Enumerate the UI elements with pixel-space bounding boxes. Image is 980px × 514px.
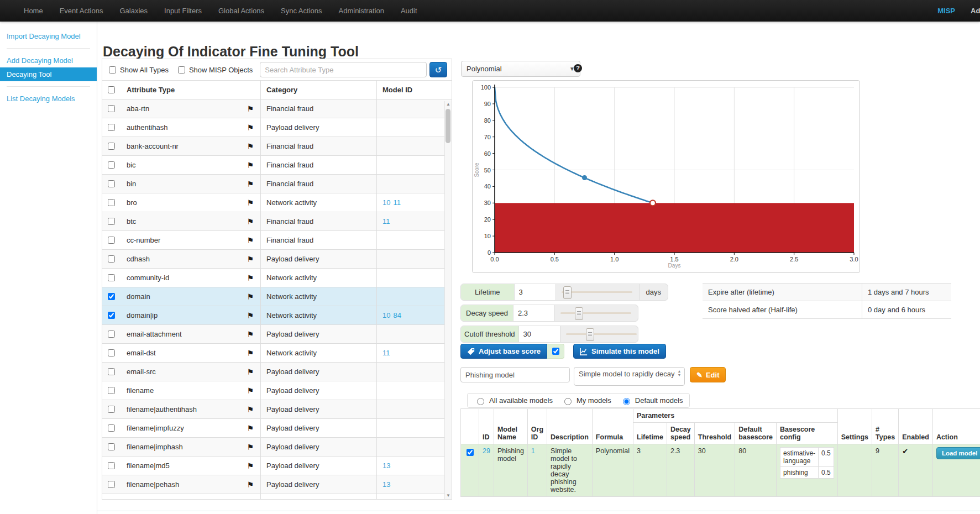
edit-model-button[interactable]: ✎ Edit [690,367,726,382]
scroll-down-icon[interactable]: ▼ [445,492,452,499]
parameter-slider[interactable] [556,284,639,300]
adjust-base-score-button[interactable]: Adjust base score [460,344,547,359]
select-all-checkbox[interactable] [108,86,115,93]
decay-chart[interactable]: 01020304050607080901000.00.51.01.52.02.5… [472,80,860,273]
attribute-row[interactable]: email-src ⚑ Payload delivery [102,362,452,381]
attribute-row[interactable]: filename|pehash ⚑ Payload delivery 13 [102,475,452,494]
attribute-row[interactable]: domain ⚑ Network activity [102,287,452,306]
row-checkbox[interactable] [108,218,115,225]
org-id-link[interactable]: 1 [531,447,535,455]
model-filter-radio[interactable]: My models [562,396,611,405]
load-model-button[interactable]: Load model [936,447,980,459]
model-id-link[interactable]: 11 [393,198,401,207]
flag-icon[interactable]: ⚑ [247,461,254,470]
formula-select[interactable]: Polynomial ▼ [461,61,580,77]
attribute-row[interactable]: email-attachment ⚑ Payload delivery [102,324,452,343]
model-id-link[interactable]: 11 [382,349,390,357]
model-id-link[interactable]: 10 [382,311,390,319]
sidebar-item-add-decaying-model[interactable]: Add Decaying Model [0,54,97,67]
flag-icon[interactable]: ⚑ [247,161,254,170]
attribute-row[interactable]: domain|ip ⚑ Network activity 1084 [102,306,452,324]
flag-icon[interactable]: ⚑ [247,292,254,301]
model-id-link[interactable]: 11 [382,217,390,225]
attribute-row[interactable]: filename ⚑ Payload delivery [102,381,452,400]
row-checkbox[interactable] [108,274,115,281]
scroll-up-icon[interactable]: ▲ [445,101,452,108]
slider-handle[interactable] [563,286,572,299]
row-checkbox[interactable] [108,237,115,244]
flag-icon[interactable]: ⚑ [247,236,254,245]
model-row-checkbox[interactable] [467,449,474,456]
attribute-row[interactable]: aba-rtn ⚑ Financial fraud [102,99,452,118]
radio-input[interactable] [564,398,572,405]
row-checkbox[interactable] [108,199,115,206]
flag-icon[interactable]: ⚑ [247,424,254,433]
model-filter-radio[interactable]: All available models [474,396,553,405]
attribute-row[interactable]: community-id ⚑ Network activity [102,268,452,287]
row-checkbox[interactable] [108,331,115,338]
refresh-button[interactable]: ↺ [429,62,447,77]
model-description-textarea[interactable]: Simple model to rapidly decay [574,367,685,386]
help-icon[interactable]: ? [574,64,582,72]
flag-icon[interactable]: ⚑ [247,443,254,452]
attribute-row[interactable]: authentihash ⚑ Payload delivery [102,118,452,137]
row-checkbox[interactable] [108,143,115,150]
flag-icon[interactable]: ⚑ [247,198,254,207]
parameter-slider[interactable] [555,305,638,321]
adjust-base-score-checkbox[interactable] [552,348,559,355]
flag-icon[interactable]: ⚑ [247,311,254,320]
attribute-row[interactable]: email-dst ⚑ Network activity 11 [102,343,452,362]
row-checkbox[interactable] [108,406,115,413]
navbar-item[interactable]: Audit [392,0,426,22]
row-checkbox[interactable] [108,105,115,112]
flag-icon[interactable]: ⚑ [247,217,254,226]
sidebar-item-import-decaying-model[interactable]: Import Decaying Model [0,29,97,43]
attribute-row[interactable]: filename|sha1 ⚑ Payload delivery 13 [102,494,452,499]
navbar-item[interactable]: Input Filters [156,0,210,22]
navbar-item[interactable]: Global Actions [210,0,272,22]
row-checkbox[interactable] [108,462,115,469]
scrollbar[interactable]: ▲ ▼ [444,101,452,499]
navbar-item[interactable]: Event Actions [51,0,112,22]
slider-handle[interactable] [575,307,583,320]
flag-icon[interactable]: ⚑ [247,142,254,151]
flag-icon[interactable]: ⚑ [247,480,254,489]
flag-icon[interactable]: ⚑ [247,405,254,414]
model-id-link[interactable]: 84 [393,311,401,319]
attribute-row[interactable]: bank-account-nr ⚑ Financial fraud [102,137,452,155]
flag-icon[interactable]: ⚑ [247,386,254,395]
textarea-scroll-icons[interactable]: ▲▼ [677,369,682,377]
parameter-slider[interactable] [560,326,643,342]
row-checkbox[interactable] [108,255,115,263]
navbar-item[interactable]: Sync Actions [272,0,330,22]
attribute-row[interactable]: filename|authentihash ⚑ Payload delivery [102,400,452,418]
model-filter-radio[interactable]: Default models [620,396,683,405]
admin-menu[interactable]: Adm [971,0,980,22]
row-checkbox[interactable] [108,124,115,131]
scrollbar-thumb[interactable] [446,109,450,143]
model-id-link[interactable]: 13 [382,480,390,489]
model-row[interactable]: 29 Phishing model 1 Simple model to rapi… [461,444,980,497]
row-checkbox[interactable] [108,180,115,187]
row-checkbox[interactable] [108,293,115,300]
flag-icon[interactable]: ⚑ [247,499,254,500]
parameter-input[interactable] [513,305,555,321]
parameter-input[interactable] [515,284,556,300]
row-checkbox[interactable] [108,312,115,319]
navbar-item[interactable]: Administration [331,0,392,22]
parameter-input[interactable] [519,326,560,342]
attribute-row[interactable]: bro ⚑ Network activity 1011 [102,193,452,212]
row-checkbox[interactable] [108,387,115,394]
attribute-row[interactable]: filename|md5 ⚑ Payload delivery 13 [102,456,452,475]
row-checkbox[interactable] [108,349,115,356]
row-checkbox[interactable] [108,424,115,432]
flag-icon[interactable]: ⚑ [247,330,254,339]
radio-input[interactable] [477,398,484,405]
attribute-row[interactable]: filename|imphash ⚑ Payload delivery [102,437,452,456]
flag-icon[interactable]: ⚑ [247,180,254,188]
flag-icon[interactable]: ⚑ [247,368,254,376]
flag-icon[interactable]: ⚑ [247,104,254,113]
flag-icon[interactable]: ⚑ [247,255,254,264]
search-input[interactable] [260,62,427,77]
navbar-item[interactable]: Home [15,0,51,22]
